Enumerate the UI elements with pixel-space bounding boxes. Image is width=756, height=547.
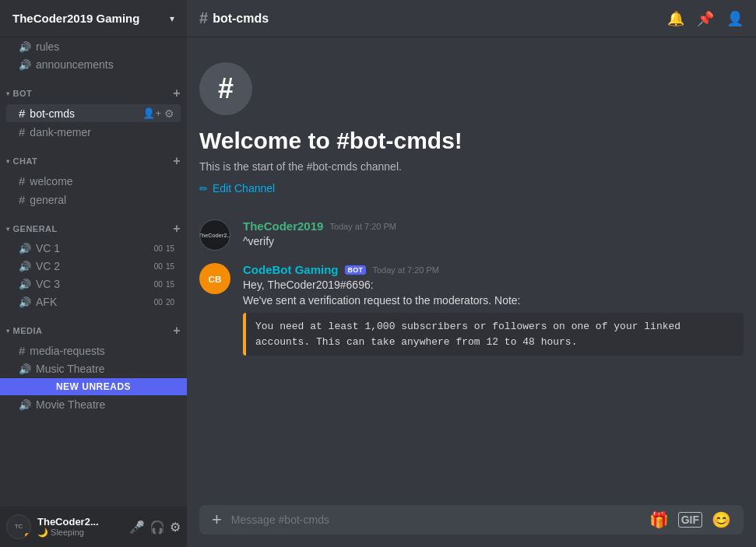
channel-item-announcements[interactable]: 🔊 announcements <box>6 56 181 73</box>
voice-info: 00 15 <box>154 262 174 271</box>
server-name: TheCoder2019 Gaming <box>12 12 139 25</box>
microphone-icon[interactable]: 🎤 <box>129 520 145 535</box>
hash-icon: # <box>19 125 25 139</box>
user-status-text: 🌙 Sleeping <box>37 528 123 538</box>
message-input-area: + 🎁 GIF 😊 <box>187 505 756 547</box>
channel-item-afk[interactable]: 🔊 AFK 00 20 <box>6 293 181 310</box>
channel-item-vc3[interactable]: 🔊 VC 3 00 15 <box>6 275 181 293</box>
headset-icon[interactable]: 🎧 <box>149 520 165 535</box>
voice-icon: 🔊 <box>19 243 31 254</box>
message-timestamp: Today at 7:20 PM <box>372 265 439 275</box>
voice-icon: 🔊 <box>19 279 31 290</box>
pencil-icon: ✏ <box>199 183 208 195</box>
category-label: GENERAL <box>13 224 58 233</box>
channel-label: general <box>30 194 66 206</box>
settings-icon[interactable]: ⚙ <box>164 107 174 120</box>
category-chat[interactable]: ▾ CHAT + <box>0 142 187 171</box>
channel-label: rules <box>36 40 59 53</box>
emoji-icon[interactable]: 😊 <box>712 510 731 529</box>
edit-channel-button[interactable]: ✏ Edit Channel <box>199 182 275 195</box>
user-bar: TC TheCoder2... 🌙 Sleeping 🎤 🎧 ⚙ <box>0 507 187 547</box>
category-add-icon[interactable]: + <box>173 222 181 236</box>
message-avatar: CB <box>199 263 230 294</box>
channel-item-movie-theatre[interactable]: 🔊 Movie Theatre <box>6 396 181 413</box>
main-area: # bot-cmds 🔔 📌 👤 # Welcome to #bot-cmds!… <box>187 0 756 547</box>
voice-limit: 20 <box>166 298 174 307</box>
message-header: CodeBot Gaming BOT Today at 7:20 PM <box>243 263 744 276</box>
category-bot[interactable]: ▾ BOT + <box>0 74 187 103</box>
message-timestamp: Today at 7:20 PM <box>329 222 396 231</box>
channel-label: media-requests <box>30 345 105 357</box>
voice-info: 00 15 <box>154 280 174 289</box>
category-arrow-icon: ▾ <box>6 226 10 233</box>
voice-icon: 🔊 <box>19 296 31 308</box>
channel-item-music-theatre[interactable]: 🔊 Music Theatre <box>6 360 181 377</box>
status-label: Sleeping <box>51 528 84 537</box>
category-media[interactable]: ▾ MEDIA + <box>0 311 187 341</box>
channel-label: announcements <box>36 58 114 71</box>
voice-limit: 15 <box>166 244 174 253</box>
voice-icon: 🔊 <box>19 261 31 272</box>
category-add-icon[interactable]: + <box>173 86 181 100</box>
voice-users: 00 <box>154 280 163 289</box>
avatar-initials: TheCoder2... <box>199 233 230 238</box>
channel-item-dank-memer[interactable]: # dank-memer <box>6 123 181 141</box>
message-avatar: TheCoder2... <box>199 219 230 251</box>
message-text: Hey, TheCoder2019#6696: We've sent a ver… <box>243 278 744 356</box>
server-header[interactable]: TheCoder2019 Gaming ▾ <box>0 0 187 37</box>
category-add-icon[interactable]: + <box>173 324 181 338</box>
channel-item-media-requests[interactable]: # media-requests <box>6 342 181 359</box>
channel-header: # bot-cmds 🔔 📌 👤 <box>187 0 756 37</box>
channel-item-welcome[interactable]: # welcome <box>6 172 181 190</box>
channel-label: VC 1 <box>36 242 60 254</box>
channel-item-vc1[interactable]: 🔊 VC 1 00 15 <box>6 240 181 257</box>
category-arrow-icon: ▾ <box>6 328 10 335</box>
status-moon-icon: 🌙 <box>37 528 48 537</box>
bot-avatar-icon: CB <box>204 268 226 289</box>
voice-users: 00 <box>154 244 163 253</box>
channel-label: welcome <box>30 175 72 188</box>
gif-icon[interactable]: GIF <box>678 512 702 528</box>
message-group: TheCoder2... TheCoder2019 Today at 7:20 … <box>187 213 756 257</box>
channel-intro-hash: # <box>218 72 234 105</box>
channel-intro-desc: This is the start of the #bot-cmds chann… <box>199 160 744 173</box>
user-info: TheCoder2... 🌙 Sleeping <box>37 516 123 538</box>
channel-item-general[interactable]: # general <box>6 191 181 209</box>
channel-hash-icon: # <box>199 9 208 27</box>
members-icon[interactable]: 👤 <box>726 10 744 27</box>
category-left: ▾ MEDIA <box>6 326 42 335</box>
bell-icon[interactable]: 🔔 <box>667 10 684 27</box>
category-arrow-icon: ▾ <box>6 158 10 165</box>
channel-intro-title: Welcome to #bot-cmds! <box>199 128 744 154</box>
channel-label: Movie Theatre <box>36 398 105 411</box>
new-unreads-banner[interactable]: NEW UNREADS <box>0 378 187 395</box>
channel-item-bot-cmds[interactable]: # bot-cmds 👤+ ⚙ <box>6 104 181 122</box>
gift-icon[interactable]: 🎁 <box>649 510 669 529</box>
settings-icon[interactable]: ⚙ <box>170 520 181 535</box>
bot-badge: BOT <box>345 265 367 275</box>
message-username: CodeBot Gaming <box>243 263 339 276</box>
pin-icon[interactable]: 📌 <box>697 10 714 27</box>
attach-icon[interactable]: + <box>212 510 222 530</box>
status-dot <box>23 531 31 539</box>
category-general[interactable]: ▾ GENERAL + <box>0 209 187 239</box>
voice-limit: 15 <box>166 262 174 271</box>
server-sidebar: TheCoder2019 Gaming ▾ 🔊 rules 🔊 announce… <box>0 0 187 547</box>
channel-item-vc2[interactable]: 🔊 VC 2 00 15 <box>6 258 181 275</box>
category-label: CHAT <box>13 156 38 166</box>
hash-icon: # <box>19 344 25 357</box>
voice-users: 00 <box>154 298 163 307</box>
user-avatar: TC <box>6 514 31 539</box>
channel-item-rules[interactable]: 🔊 rules <box>6 38 181 55</box>
category-add-icon[interactable]: + <box>173 154 181 168</box>
server-chevron-icon: ▾ <box>170 13 174 24</box>
channel-label: bot-cmds <box>30 107 75 120</box>
voice-icon: 🔊 <box>19 399 31 411</box>
username-display: TheCoder2... <box>37 516 123 528</box>
header-actions: 🔔 📌 👤 <box>667 10 744 27</box>
channel-label: Music Theatre <box>36 363 104 375</box>
message-input[interactable] <box>231 505 640 535</box>
channel-label: dank-memer <box>30 126 91 139</box>
voice-limit: 15 <box>166 280 174 289</box>
add-member-icon[interactable]: 👤+ <box>142 107 161 119</box>
